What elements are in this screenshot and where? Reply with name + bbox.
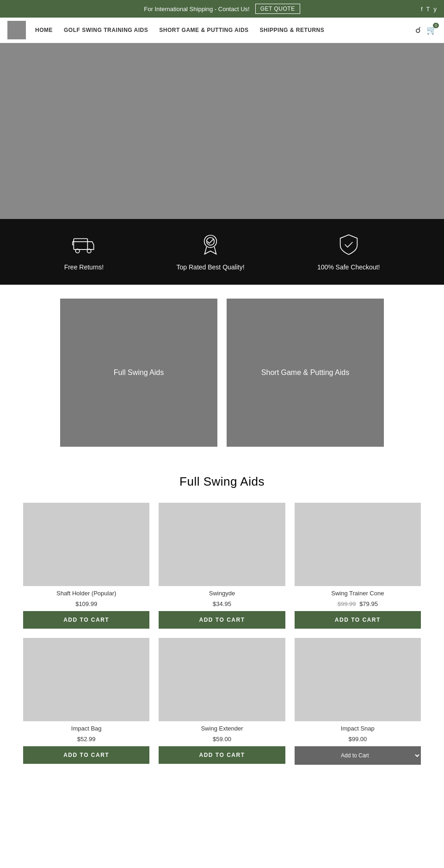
search-button[interactable]: ☌	[415, 25, 421, 35]
product-price-3: $99.99 $79.95	[338, 600, 378, 607]
product-card-4: Impact Bag $52.99 ADD TO CART	[23, 638, 149, 765]
nav-icons: ☌ 🛒 0	[415, 25, 437, 35]
get-quote-button[interactable]: GET QUOTE	[255, 4, 300, 14]
product-price-value-1: $109.99	[75, 600, 97, 607]
category-full-swing[interactable]: Full Swing Aids	[60, 299, 217, 447]
navigation: HOME GOLF SWING TRAINING AIDS SHORT GAME…	[0, 18, 444, 43]
product-name-2: Swingyde	[209, 590, 235, 597]
product-card-5: Swing Extender $59.00 ADD TO CART	[159, 638, 285, 765]
nav-shipping[interactable]: SHIPPING & RETURNS	[260, 27, 325, 33]
nav-home[interactable]: HOME	[35, 27, 53, 33]
product-price-value-3: $79.95	[359, 600, 378, 607]
nav-golf-swing[interactable]: GOLF SWING TRAINING AIDS	[64, 27, 148, 33]
svg-rect-0	[74, 239, 88, 250]
product-price-value-2: $34.95	[213, 600, 231, 607]
add-to-cart-button-5[interactable]: ADD TO CART	[159, 746, 285, 764]
youtube-icon[interactable]: y	[434, 6, 437, 12]
product-name-1: Shaft Holder (Popular)	[56, 590, 116, 597]
nav-links: HOME GOLF SWING TRAINING AIDS SHORT GAME…	[35, 27, 415, 33]
products-grid: Shaft Holder (Popular) $109.99 ADD TO CA…	[0, 498, 444, 779]
product-price-2: $34.95	[213, 600, 231, 607]
add-to-cart-button-1[interactable]: ADD TO CART	[23, 611, 149, 629]
product-card-6: Impact Snap $99.00 Add to Cart	[295, 638, 421, 765]
banner-text: For International Shipping - Contact Us!	[144, 6, 249, 12]
feature-top-rated-label: Top Rated Best Quality!	[177, 263, 245, 271]
nav-short-game[interactable]: SHORT GAME & PUTTING AIDS	[159, 27, 248, 33]
product-image-4	[23, 638, 149, 721]
add-to-cart-button-2[interactable]: ADD TO CART	[159, 611, 285, 629]
product-price-4: $52.99	[77, 736, 96, 743]
product-name-6: Impact Snap	[341, 725, 375, 732]
product-name-5: Swing Extender	[201, 725, 243, 732]
product-image-6	[295, 638, 421, 721]
cart-button[interactable]: 🛒 0	[426, 25, 437, 35]
add-to-cart-button-3[interactable]: ADD TO CART	[295, 611, 421, 629]
facebook-icon[interactable]: f	[421, 6, 423, 12]
product-price-value-6: $99.00	[348, 736, 367, 743]
product-price-5: $59.00	[213, 736, 231, 743]
top-banner: For International Shipping - Contact Us!…	[0, 0, 444, 18]
category-full-swing-label: Full Swing Aids	[114, 368, 164, 377]
section-title: Full Swing Aids	[0, 475, 444, 489]
product-name-4: Impact Bag	[71, 725, 102, 732]
product-price-1: $109.99	[75, 600, 97, 607]
product-original-price-3: $99.99	[338, 600, 356, 607]
hero-image	[0, 43, 444, 219]
product-image-1	[23, 503, 149, 586]
svg-point-3	[204, 235, 217, 248]
shield-icon	[337, 233, 360, 259]
social-icons: f T y	[421, 6, 437, 12]
product-image-5	[159, 638, 285, 721]
search-icon: ☌	[415, 25, 421, 35]
category-short-game-label: Short Game & Putting Aids	[261, 368, 349, 377]
award-icon	[199, 233, 222, 259]
product-card-1: Shaft Holder (Popular) $109.99 ADD TO CA…	[23, 503, 149, 629]
feature-safe-checkout: 100% Safe Checkout!	[317, 233, 380, 271]
product-card-3: Swing Trainer Cone $99.99 $79.95 ADD TO …	[295, 503, 421, 629]
feature-safe-checkout-label: 100% Safe Checkout!	[317, 263, 380, 271]
add-to-cart-button-4[interactable]: ADD TO CART	[23, 746, 149, 764]
product-image-3	[295, 503, 421, 586]
feature-top-rated: Top Rated Best Quality!	[177, 233, 245, 271]
category-short-game[interactable]: Short Game & Putting Aids	[227, 299, 384, 447]
product-card-2: Swingyde $34.95 ADD TO CART	[159, 503, 285, 629]
features-bar: Free Returns! Top Rated Best Quality! 10…	[0, 219, 444, 285]
returns-icon	[72, 233, 95, 259]
categories-section: Full Swing Aids Short Game & Putting Aid…	[0, 285, 444, 461]
feature-free-returns: Free Returns!	[64, 233, 104, 271]
twitter-icon[interactable]: T	[426, 6, 430, 12]
product-price-6: $99.00	[348, 736, 367, 743]
product-image-2	[159, 503, 285, 586]
feature-free-returns-label: Free Returns!	[64, 263, 104, 271]
product-price-value-4: $52.99	[77, 736, 96, 743]
product-price-value-5: $59.00	[213, 736, 231, 743]
add-to-cart-select-6[interactable]: Add to Cart	[295, 746, 421, 765]
cart-badge: 0	[433, 23, 439, 28]
product-name-3: Swing Trainer Cone	[331, 590, 384, 597]
logo[interactable]	[7, 21, 26, 39]
